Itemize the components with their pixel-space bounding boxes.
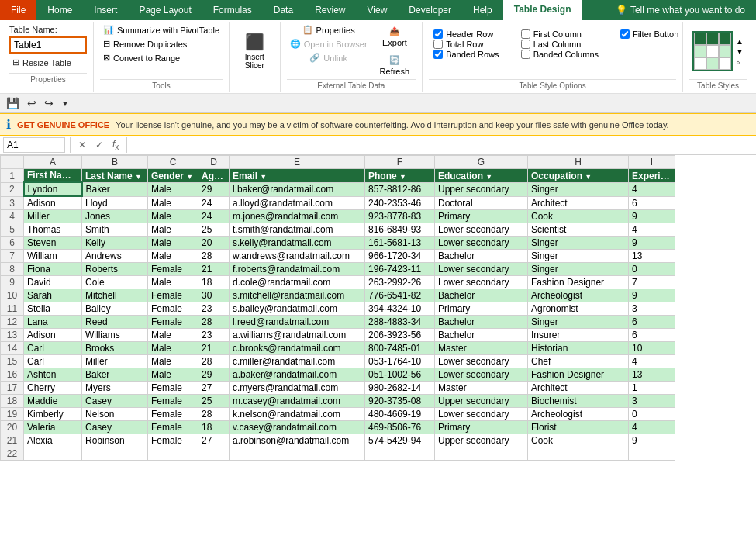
cell-r11-c5[interactable]: s.bailey@randatmail.com: [230, 302, 365, 316]
cell-r17-c9[interactable]: 1: [629, 382, 675, 395]
cell-r20-c4[interactable]: 18: [198, 421, 230, 434]
col-header-e[interactable]: E: [230, 156, 365, 169]
cell-r14-c6[interactable]: 800-7485-01: [365, 342, 435, 355]
cell-r9-c8[interactable]: Fashion Designer: [528, 276, 629, 289]
redo-icon[interactable]: ↪: [43, 95, 55, 111]
cell-r4-c6[interactable]: 923-8778-83: [365, 210, 435, 223]
cell-r9-c9[interactable]: 7: [629, 276, 675, 289]
cell-r15-c9[interactable]: 4: [629, 355, 675, 368]
cell-r13-c4[interactable]: 23: [198, 329, 230, 342]
cell-r12-c6[interactable]: 288-4883-34: [365, 316, 435, 329]
cell-r17-c3[interactable]: Female: [148, 382, 198, 395]
cell-r7-c6[interactable]: 966-1720-34: [365, 250, 435, 263]
cell-r13-c5[interactable]: a.williams@randatmail.com: [230, 329, 365, 342]
cell-r19-c8[interactable]: Archeologist: [528, 408, 629, 421]
cell-r11-c4[interactable]: 23: [198, 302, 230, 316]
cell-r17-c2[interactable]: Myers: [82, 382, 148, 395]
col-header-f[interactable]: F: [365, 156, 435, 169]
cell-r6-c2[interactable]: Kelly: [82, 237, 148, 250]
cell-r19-c2[interactable]: Nelson: [82, 408, 148, 421]
banded-rows-option[interactable]: Banded Rows: [433, 50, 499, 59]
col-header-i[interactable]: I: [629, 156, 675, 169]
cell-r18-c7[interactable]: Upper secondary: [435, 395, 528, 408]
cell-r12-c9[interactable]: 6: [629, 316, 675, 329]
cell-r7-c7[interactable]: Bachelor: [435, 250, 528, 263]
cell-r3-c1[interactable]: Adison: [24, 196, 82, 210]
cell-r2-c3[interactable]: Male: [148, 182, 198, 196]
cell-r9-c4[interactable]: 18: [198, 276, 230, 289]
cell-r8-c2[interactable]: Roberts: [82, 263, 148, 276]
cell-r3-c9[interactable]: 6: [629, 196, 675, 210]
tab-developer[interactable]: Developer: [398, 0, 462, 20]
cell-r10-c8[interactable]: Archeologist: [528, 289, 629, 302]
header-cell-age[interactable]: Age ▼: [198, 169, 230, 183]
cell-r16-c5[interactable]: a.baker@randatmail.com: [230, 368, 365, 382]
cell-r20-c7[interactable]: Primary: [435, 421, 528, 434]
cell-r7-c1[interactable]: William: [24, 250, 82, 263]
insert-slicer-button[interactable]: ⬛ InsertSlicer: [235, 29, 274, 73]
cell-r14-c1[interactable]: Carl: [24, 342, 82, 355]
cell-r18-c6[interactable]: 920-3735-08: [365, 395, 435, 408]
cell-r15-c1[interactable]: Carl: [24, 355, 82, 368]
cell-r17-c8[interactable]: Architect: [528, 382, 629, 395]
undo-icon[interactable]: ↩: [26, 95, 38, 111]
tab-help[interactable]: Help: [462, 0, 503, 20]
cell-r3-c4[interactable]: 24: [198, 196, 230, 210]
cell-r9-c7[interactable]: Lower secondary: [435, 276, 528, 289]
cell-r20-c2[interactable]: Casey: [82, 421, 148, 434]
banded-columns-checkbox[interactable]: [521, 50, 530, 59]
cell-r11-c1[interactable]: Stella: [24, 302, 82, 316]
empty-cell-22-9[interactable]: [629, 447, 675, 461]
cell-r19-c3[interactable]: Female: [148, 408, 198, 421]
cancel-formula-button[interactable]: ✕: [75, 138, 89, 152]
cell-r13-c7[interactable]: Bachelor: [435, 329, 528, 342]
cell-r19-c9[interactable]: 0: [629, 408, 675, 421]
cell-r4-c9[interactable]: 9: [629, 210, 675, 223]
unlink-button[interactable]: 🔗 Unlink: [306, 51, 350, 64]
cell-r17-c7[interactable]: Master: [435, 382, 528, 395]
style-more-arrow[interactable]: ⬦: [736, 57, 744, 66]
cell-r3-c2[interactable]: Lloyd: [82, 196, 148, 210]
cell-r3-c6[interactable]: 240-2353-46: [365, 196, 435, 210]
first-column-option[interactable]: First Column: [521, 29, 599, 39]
cell-r15-c4[interactable]: 28: [198, 355, 230, 368]
resize-table-button[interactable]: ⊞ Resize Table: [9, 56, 87, 69]
cell-r8-c4[interactable]: 21: [198, 263, 230, 276]
tab-page-layout[interactable]: Page Layout: [128, 0, 202, 20]
col-header-a[interactable]: A: [24, 156, 82, 169]
cell-r2-c4[interactable]: 29: [198, 182, 230, 196]
header-row-checkbox[interactable]: [433, 29, 443, 39]
table-name-input[interactable]: [9, 36, 87, 54]
first-column-checkbox[interactable]: [521, 29, 530, 39]
cell-r16-c7[interactable]: Lower secondary: [435, 368, 528, 382]
cell-r9-c2[interactable]: Cole: [82, 276, 148, 289]
cell-r11-c9[interactable]: 3: [629, 302, 675, 316]
cell-r7-c8[interactable]: Singer: [528, 250, 629, 263]
cell-r7-c3[interactable]: Male: [148, 250, 198, 263]
cell-r2-c6[interactable]: 857-8812-86: [365, 182, 435, 196]
cell-r9-c6[interactable]: 263-2992-26: [365, 276, 435, 289]
cell-r12-c8[interactable]: Singer: [528, 316, 629, 329]
cell-r18-c8[interactable]: Biochemist: [528, 395, 629, 408]
cell-r5-c3[interactable]: Male: [148, 223, 198, 237]
cell-r6-c4[interactable]: 20: [198, 237, 230, 250]
cell-r14-c5[interactable]: c.brooks@randatmail.com: [230, 342, 365, 355]
empty-cell-22-4[interactable]: [198, 447, 230, 461]
cell-r11-c7[interactable]: Primary: [435, 302, 528, 316]
total-row-option[interactable]: Total Row: [433, 40, 499, 49]
cell-r8-c1[interactable]: Fiona: [24, 263, 82, 276]
cell-r16-c3[interactable]: Male: [148, 368, 198, 382]
cell-r15-c8[interactable]: Chef: [528, 355, 629, 368]
cell-r21-c1[interactable]: Alexia: [24, 434, 82, 447]
cell-r10-c4[interactable]: 30: [198, 289, 230, 302]
cell-r18-c9[interactable]: 3: [629, 395, 675, 408]
cell-r7-c5[interactable]: w.andrews@randatmail.com: [230, 250, 365, 263]
cell-r21-c6[interactable]: 574-5429-94: [365, 434, 435, 447]
cell-r16-c9[interactable]: 13: [629, 368, 675, 382]
cell-r13-c3[interactable]: Male: [148, 329, 198, 342]
cell-r21-c3[interactable]: Female: [148, 434, 198, 447]
cell-r18-c3[interactable]: Female: [148, 395, 198, 408]
header-row-option[interactable]: Header Row: [433, 29, 499, 39]
cell-r4-c1[interactable]: Miller: [24, 210, 82, 223]
cell-r5-c7[interactable]: Lower secondary: [435, 223, 528, 237]
